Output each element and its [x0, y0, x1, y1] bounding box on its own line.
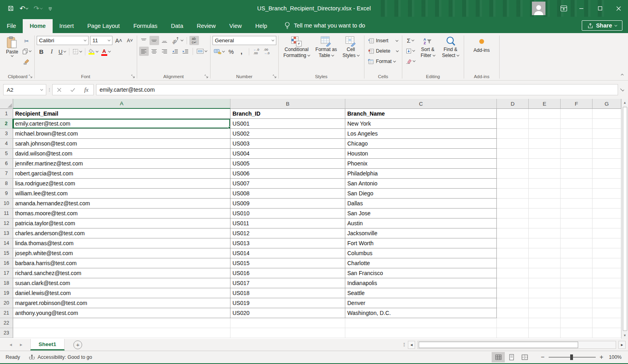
cell-B12[interactable]: US011: [230, 218, 345, 228]
insert-cells-button[interactable]: Insert: [366, 36, 400, 45]
add-sheet-button[interactable]: +: [73, 340, 82, 349]
cell-G3[interactable]: [593, 129, 621, 139]
align-right-button[interactable]: [160, 47, 169, 56]
row-header-22[interactable]: 22: [0, 318, 13, 328]
clear-button[interactable]: [404, 57, 416, 66]
cell-C17[interactable]: San Francisco: [345, 268, 497, 278]
tab-data[interactable]: Data: [164, 19, 190, 33]
format-as-table-button[interactable]: Format as Table: [313, 35, 340, 59]
cell-C23[interactable]: [345, 328, 497, 338]
column-header-F[interactable]: F: [561, 99, 593, 109]
row-header-23[interactable]: 23: [0, 328, 13, 338]
cell-F17[interactable]: [561, 268, 593, 278]
align-top-button[interactable]: [139, 36, 149, 45]
tab-split-handle[interactable]: ⁞⁞: [402, 342, 406, 348]
cell-D3[interactable]: [497, 129, 529, 139]
cell-G16[interactable]: [593, 258, 621, 268]
clipboard-dialog-launcher[interactable]: [29, 75, 33, 79]
cell-E5[interactable]: [529, 149, 561, 159]
cell-F7[interactable]: [561, 169, 593, 179]
cell-A21[interactable]: anthony.young@test.com: [13, 308, 230, 318]
row-header-7[interactable]: 7: [0, 169, 13, 179]
cell-B14[interactable]: US013: [230, 238, 345, 248]
percent-style-button[interactable]: %: [226, 47, 236, 56]
tab-home[interactable]: Home: [23, 19, 52, 33]
number-dialog-launcher[interactable]: [273, 75, 277, 79]
cell-B2[interactable]: US001: [230, 119, 345, 129]
cell-B15[interactable]: US014: [230, 248, 345, 258]
cell-E14[interactable]: [529, 238, 561, 248]
orientation-button[interactable]: ab↗: [170, 36, 184, 45]
cell-D7[interactable]: [497, 169, 529, 179]
tab-review[interactable]: Review: [190, 19, 222, 33]
cell-G19[interactable]: [593, 288, 621, 298]
wrap-text-button[interactable]: abc↵: [189, 36, 199, 45]
cell-D23[interactable]: [497, 328, 529, 338]
font-name-combo[interactable]: Calibri: [37, 36, 89, 45]
cell-E22[interactable]: [529, 318, 561, 328]
maximize-button[interactable]: [591, 0, 609, 17]
cell-C10[interactable]: Dallas: [345, 199, 497, 209]
cell-C15[interactable]: Columbus: [345, 248, 497, 258]
cell-E18[interactable]: [529, 278, 561, 288]
cell-A3[interactable]: michael.brown@test.com: [13, 129, 230, 139]
cell-E19[interactable]: [529, 288, 561, 298]
collapse-ribbon-button[interactable]: [621, 71, 623, 78]
borders-button[interactable]: [71, 47, 83, 56]
row-header-8[interactable]: 8: [0, 179, 13, 189]
tab-page-layout[interactable]: Page Layout: [81, 19, 126, 33]
cell-G13[interactable]: [593, 228, 621, 238]
column-header-A[interactable]: A: [13, 99, 230, 109]
cell-C19[interactable]: Seattle: [345, 288, 497, 298]
accessibility-status[interactable]: Accessibility: Good to go: [29, 354, 92, 360]
cell-F3[interactable]: [561, 129, 593, 139]
cell-B5[interactable]: US004: [230, 149, 345, 159]
paste-button[interactable]: Paste: [3, 35, 21, 58]
cell-B1[interactable]: Branch_ID: [230, 109, 345, 119]
cell-C6[interactable]: Phoenix: [345, 159, 497, 169]
cell-D11[interactable]: [497, 209, 529, 218]
cell-A18[interactable]: susan.clark@test.com: [13, 278, 230, 288]
cell-C9[interactable]: San Diego: [345, 189, 497, 199]
zoom-out-button[interactable]: −: [541, 354, 544, 361]
sheet-nav-left-icon[interactable]: ◄: [9, 342, 13, 347]
cell-F2[interactable]: [561, 119, 593, 129]
cell-D13[interactable]: [497, 228, 529, 238]
decrease-font-size-button[interactable]: A˅: [125, 36, 135, 45]
cell-F13[interactable]: [561, 228, 593, 238]
cell-A17[interactable]: richard.sanchez@test.com: [13, 268, 230, 278]
cell-G23[interactable]: [593, 328, 621, 338]
row-header-2[interactable]: 2: [0, 119, 13, 129]
cell-E2[interactable]: [529, 119, 561, 129]
cell-B6[interactable]: US005: [230, 159, 345, 169]
cut-button[interactable]: ✂: [21, 36, 32, 45]
zoom-slider-thumb[interactable]: [570, 354, 573, 360]
sheet-nav-right-icon[interactable]: ►: [19, 342, 23, 347]
cell-F12[interactable]: [561, 218, 593, 228]
cell-A2[interactable]: emily.carter@test.com: [13, 119, 230, 129]
cell-C11[interactable]: San Jose: [345, 209, 497, 218]
zoom-in-button[interactable]: +: [600, 354, 603, 361]
row-header-6[interactable]: 6: [0, 159, 13, 169]
zoom-slider[interactable]: [549, 357, 596, 358]
cell-D18[interactable]: [497, 278, 529, 288]
cell-E7[interactable]: [529, 169, 561, 179]
cell-E1[interactable]: [529, 109, 561, 119]
sort-filter-button[interactable]: AZ Sort & Filter: [418, 35, 438, 59]
cell-B19[interactable]: US018: [230, 288, 345, 298]
cell-E11[interactable]: [529, 209, 561, 218]
increase-indent-button[interactable]: [181, 47, 190, 56]
cell-G5[interactable]: [593, 149, 621, 159]
row-header-19[interactable]: 19: [0, 288, 13, 298]
formula-bar-splitter[interactable]: ⁞: [49, 87, 50, 93]
tab-help[interactable]: Help: [248, 19, 274, 33]
row-header-17[interactable]: 17: [0, 268, 13, 278]
cell-C13[interactable]: Jacksonville: [345, 228, 497, 238]
cell-D17[interactable]: [497, 268, 529, 278]
minimize-button[interactable]: [572, 0, 591, 17]
tab-view[interactable]: View: [222, 19, 248, 33]
cell-E6[interactable]: [529, 159, 561, 169]
cell-A22[interactable]: [13, 318, 230, 328]
sheet-tab-sheet1[interactable]: Sheet1: [30, 339, 65, 350]
cell-B22[interactable]: [230, 318, 345, 328]
